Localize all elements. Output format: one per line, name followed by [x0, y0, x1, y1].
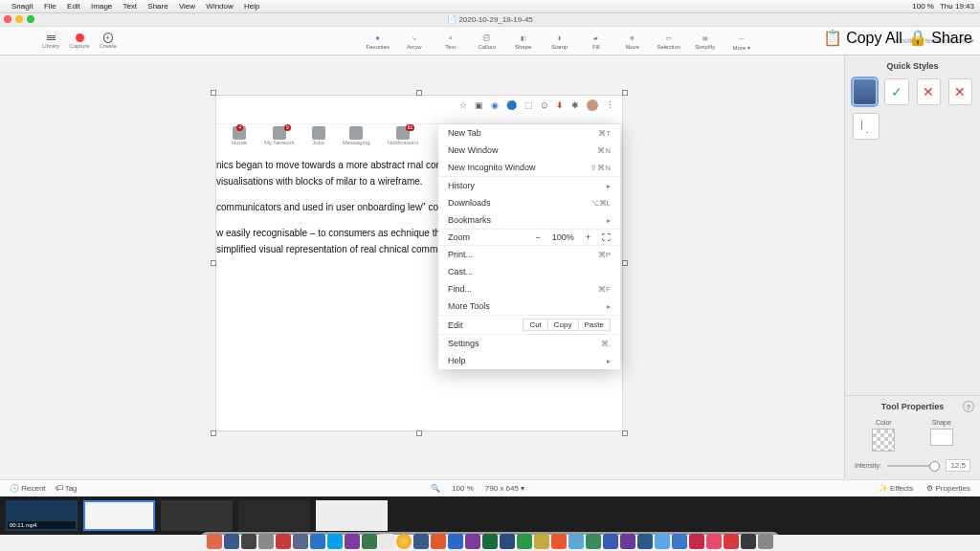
dock-app[interactable]: [724, 534, 739, 549]
dock-app[interactable]: [465, 534, 480, 549]
menu-cast[interactable]: Cast...: [438, 263, 620, 280]
dock-app[interactable]: [482, 534, 498, 549]
nav-home[interactable]: 4Home: [232, 126, 247, 145]
thumb-4[interactable]: [238, 500, 310, 531]
menu-bookmarks[interactable]: Bookmarks▸: [438, 211, 620, 229]
zoom-readout[interactable]: 100 %: [452, 484, 474, 493]
dock-app[interactable]: [706, 534, 722, 549]
tool-move[interactable]: ✥Move: [620, 31, 645, 51]
help-icon[interactable]: ?: [963, 401, 974, 412]
prop-intensity[interactable]: Intensity: 12,5: [845, 455, 980, 479]
dock-app[interactable]: [568, 534, 584, 549]
prop-color[interactable]: Color: [872, 419, 895, 452]
recent-button[interactable]: 🕓 Recent: [10, 484, 46, 493]
dock-app[interactable]: [741, 534, 756, 549]
properties-button[interactable]: ⚙ Properties: [926, 484, 970, 493]
nav-notifications[interactable]: 61Notifications: [388, 126, 419, 145]
ext3-icon[interactable]: 🔵: [506, 100, 517, 110]
dock-app[interactable]: [362, 534, 377, 549]
fullscreen-icon[interactable]: ⛶: [602, 232, 611, 242]
edit-paste[interactable]: Paste: [578, 319, 611, 331]
dock-app[interactable]: [637, 534, 653, 549]
menu-help[interactable]: Help▸: [438, 352, 620, 369]
ext5-icon[interactable]: ⊙: [541, 100, 548, 110]
tool-shape[interactable]: ◧Shape: [511, 31, 536, 51]
window-traffic-lights[interactable]: [4, 15, 34, 23]
nav-messaging[interactable]: Messaging: [343, 126, 370, 145]
zoom-search-icon[interactable]: 🔍: [431, 484, 440, 493]
tool-text[interactable]: aText: [438, 31, 463, 51]
tag-button[interactable]: 🏷 Tag: [56, 484, 78, 493]
tool-callout[interactable]: 💬Callout: [475, 31, 500, 51]
qs-preset-x-red2[interactable]: ✕: [948, 78, 972, 105]
macos-dock[interactable]: [201, 532, 779, 551]
dock-app[interactable]: [758, 534, 773, 549]
ext-icon[interactable]: ▣: [475, 100, 483, 110]
qs-preset-1[interactable]: [853, 78, 877, 105]
edit-copy[interactable]: Copy: [547, 319, 579, 331]
canvas[interactable]: ☆ ▣ ◉ 🔵 ⬚ ⊙ ⬇ ✱ ⋮ New Tab⌘T New Window⌘N…: [0, 55, 844, 479]
dock-app[interactable]: [345, 534, 360, 549]
puzzle-icon[interactable]: ✱: [571, 100, 579, 110]
close-icon[interactable]: [4, 15, 11, 23]
qs-preset-cursor[interactable]: [853, 113, 880, 140]
menu-incognito[interactable]: New Incognito Window⇧⌘N: [438, 159, 620, 176]
ext2-icon[interactable]: ◉: [491, 100, 499, 110]
tool-arrow[interactable]: ↘Arrow: [402, 31, 427, 51]
menu-text[interactable]: Text: [122, 2, 137, 11]
dimensions-readout[interactable]: 790 x 645 ▾: [485, 484, 524, 493]
dock-app[interactable]: [276, 534, 291, 549]
dock-app[interactable]: [655, 534, 670, 549]
nav-network[interactable]: 9My Network: [264, 126, 295, 145]
dock-app[interactable]: [534, 534, 549, 549]
sidebar-toggle[interactable]: Library: [42, 33, 59, 49]
dock-app[interactable]: [293, 534, 308, 549]
menu-new-tab[interactable]: New Tab⌘T: [438, 124, 620, 142]
menu-snagit[interactable]: Snagit: [11, 2, 33, 11]
menu-help[interactable]: Help: [244, 2, 259, 11]
tool-selection[interactable]: ▭Selection: [657, 31, 681, 51]
dock-app[interactable]: [689, 534, 704, 549]
menu-dots-icon[interactable]: ⋮: [606, 100, 614, 110]
thumbnail-tray[interactable]: 00:11.mp4: [0, 496, 980, 535]
effects-button[interactable]: ✨ Effects: [879, 484, 914, 493]
dock-app[interactable]: [517, 534, 532, 549]
app-menu[interactable]: Snagit File Edit Image Text Share View W…: [11, 2, 268, 11]
thumb-2[interactable]: [83, 500, 155, 531]
menu-history[interactable]: History▸: [438, 177, 620, 194]
dock-app[interactable]: [241, 534, 256, 549]
menu-find[interactable]: Find...⌘F: [438, 280, 620, 298]
dock-app[interactable]: [500, 534, 515, 549]
create-button[interactable]: +Create: [100, 33, 117, 49]
dock-app[interactable]: [379, 534, 394, 549]
tool-simplify[interactable]: ▤Simplify: [693, 31, 718, 51]
dock-app[interactable]: [207, 534, 222, 549]
thumb-1[interactable]: 00:11.mp4: [6, 500, 78, 531]
zoom-minus[interactable]: −: [535, 232, 540, 242]
zoom-icon[interactable]: [27, 15, 34, 23]
dock-app[interactable]: [310, 534, 325, 549]
menu-settings[interactable]: Settings⌘,: [438, 335, 620, 352]
ext4-icon[interactable]: ⬚: [524, 100, 533, 110]
tool-more[interactable]: ⋯More ▾: [729, 31, 754, 51]
menu-view[interactable]: View: [179, 2, 195, 11]
qs-preset-x-red[interactable]: ✕: [917, 78, 941, 105]
nav-jobs[interactable]: Jobs: [312, 126, 325, 145]
dock-app[interactable]: [586, 534, 601, 549]
qs-preset-check[interactable]: ✓: [884, 78, 908, 105]
menu-edit[interactable]: Edit: [67, 2, 80, 11]
dock-app[interactable]: [551, 534, 567, 549]
thumb-3[interactable]: [161, 500, 233, 531]
tool-stamp[interactable]: ⬇Stamp: [547, 31, 572, 51]
menu-new-window[interactable]: New Window⌘N: [438, 142, 620, 159]
menu-more-tools[interactable]: More Tools▸: [438, 298, 620, 315]
menu-print[interactable]: Print...⌘P: [438, 246, 620, 263]
menu-share[interactable]: Share: [147, 2, 167, 11]
dock-app[interactable]: [413, 534, 429, 549]
share-button[interactable]: 🔒 Share: [908, 29, 972, 47]
prop-shape[interactable]: Shape: [930, 419, 953, 452]
menu-file[interactable]: File: [44, 2, 56, 11]
dock-app[interactable]: [672, 534, 687, 549]
dock-app[interactable]: [396, 534, 412, 549]
tool-favorites[interactable]: ★Favorites: [366, 31, 390, 51]
